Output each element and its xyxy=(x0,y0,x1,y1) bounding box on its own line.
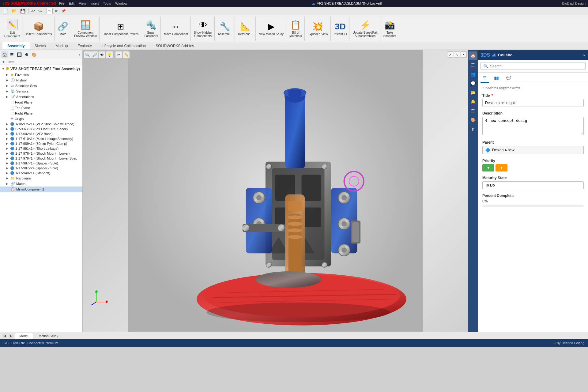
panel-icon-home[interactable]: 🏠 xyxy=(1,51,8,58)
menu-insert[interactable]: Insert xyxy=(90,2,99,5)
tree-item-comp6[interactable]: ▶ 1-17-991<1> (Short Linkage) xyxy=(0,146,82,151)
toolbar-new-motion-study[interactable]: ▶ New Motion Study xyxy=(256,17,286,41)
toolbar-take-snapshot[interactable]: 📸 TakeSnapshot xyxy=(381,17,399,41)
vsb-icon-5[interactable]: 📂 xyxy=(469,88,477,97)
panel-icon-list[interactable]: ☰ xyxy=(9,51,15,58)
tree-item-comp5[interactable]: ▶ 1-17-989<1> (30mm Pylon Clamp) xyxy=(0,141,82,146)
priority-low-btn[interactable]: ▼ xyxy=(482,164,494,172)
tree-root-item[interactable]: ▼ ⚙ VF2-SHOE TREAD (VF2 Foot Assembly) xyxy=(0,66,82,72)
qa-save-icon[interactable]: 💾 xyxy=(19,8,27,14)
tab-assembly[interactable]: Assembly xyxy=(2,42,30,50)
tree-item-comp8[interactable]: ▶ 1-17-979<1> (Shock Mount - Lower Spac xyxy=(0,156,82,161)
tree-item-comp1[interactable]: ▶ 1-18-975<1> (VF2 Shoe Sole w/ Tread) xyxy=(0,122,82,126)
tree-item-favorites[interactable]: ▶ ★ Favorites xyxy=(0,72,82,77)
tree-item-comp4[interactable]: ▶ 1-17-610<1> (Main Linkage Assembly) xyxy=(0,136,82,141)
qa-undo-icon[interactable]: ↩ xyxy=(30,8,36,14)
tree-item-selection-sets[interactable]: ▶ 🗂 Selection Sets xyxy=(0,83,82,89)
viewport-search-icon[interactable]: 🔍 xyxy=(84,51,91,58)
tab-motion-study[interactable]: Motion Study 1 xyxy=(34,333,65,339)
rpanel-tab-users[interactable]: 👥 xyxy=(492,74,501,83)
toolbar-bill-of-materials[interactable]: 📋 Bill ofMaterials xyxy=(287,17,305,41)
menu-window[interactable]: Window xyxy=(115,2,127,5)
svg-point-34 xyxy=(341,247,347,253)
scroll-arrow-right[interactable]: ▶ xyxy=(9,334,13,338)
rpanel-tab-messages[interactable]: 💬 xyxy=(504,74,514,83)
qa-select-icon[interactable]: ↖ xyxy=(47,8,53,14)
description-input[interactable]: 4 new concept desig xyxy=(482,117,584,135)
priority-medium-btn[interactable]: ▼ xyxy=(496,164,507,172)
vsb-icon-4[interactable]: 💬 xyxy=(469,79,477,88)
vsb-icon-9[interactable]: ⬆ xyxy=(469,125,477,134)
tree-item-mirror[interactable]: 🪞 MirrorComponent1 xyxy=(0,187,82,192)
panel-expand-btn[interactable]: › xyxy=(77,52,81,58)
qa-sketch-icon[interactable]: ✏ xyxy=(54,8,59,14)
toolbar-reference[interactable]: 📐 Referenc... xyxy=(236,17,256,41)
rpanel-tab-list[interactable]: ☰ xyxy=(481,74,489,83)
viewport-measure-icon[interactable]: 📏 xyxy=(123,51,130,58)
tree-item-top-plane[interactable]: ⬚ Top Plane xyxy=(0,105,82,111)
toolbar-smart-fasteners[interactable]: 🔩 SmartFasteners xyxy=(142,17,160,41)
parent-icon: 🔷 xyxy=(485,148,490,153)
toolbar-edit-component[interactable]: ✏️ EditComponent xyxy=(2,17,23,41)
tree-item-right-plane[interactable]: ⬚ Right Plane xyxy=(0,111,82,116)
title-input[interactable] xyxy=(482,99,584,107)
viewport-display-icon[interactable]: 💡 xyxy=(106,51,113,58)
tree-item-mates[interactable]: ▶ 🔗 Mates xyxy=(0,181,82,187)
toolbar-mate[interactable]: 🔗 Mate xyxy=(55,17,71,41)
menu-tools[interactable]: Tools xyxy=(103,2,111,5)
panel-icon-display[interactable]: 🎨 xyxy=(31,51,37,58)
tree-item-origin[interactable]: ✚ Origin xyxy=(0,116,82,122)
vsb-icon-8[interactable]: 🎨 xyxy=(469,116,477,124)
toolbar-assembly[interactable]: 🔧 Assembl... xyxy=(215,17,235,41)
menu-file[interactable]: File xyxy=(59,2,65,5)
toolbar-move-component[interactable]: ↔️ Move Component xyxy=(161,17,191,41)
parent-value[interactable]: 🔷 Design 4 new xyxy=(482,146,584,154)
vsb-icon-7[interactable]: ☰ xyxy=(469,107,477,115)
menu-view[interactable]: View xyxy=(79,2,86,5)
scroll-arrow-left[interactable]: ◀ xyxy=(2,334,7,338)
tree-item-comp11[interactable]: ▶ 1-17-940<1> (Standoff) xyxy=(0,171,82,175)
toolbar-linear-pattern[interactable]: ⊞ Linear Component Pattern xyxy=(100,17,141,41)
maturity-input[interactable] xyxy=(482,181,584,189)
tree-item-hardware[interactable]: ▶ 📁 Hardware xyxy=(0,175,82,181)
tab-markup[interactable]: Markup xyxy=(51,42,73,50)
toolbar-show-hidden[interactable]: 👁 Show HiddenComponents xyxy=(191,17,215,41)
viewport-zoom-icon[interactable]: 🔎 xyxy=(91,51,98,58)
priority-field-group: Priority ▼ ▼ xyxy=(482,159,584,172)
tree-item-sensors[interactable]: ▶ 📡 Sensors xyxy=(0,89,82,94)
tree-item-comp10[interactable]: ▶ 1-17-987<2> (Spacer - Sole) xyxy=(0,166,82,171)
menu-edit[interactable]: Edit xyxy=(69,2,74,5)
panel-icon-properties[interactable]: 🔲 xyxy=(16,51,23,58)
vsb-icon-1[interactable]: 🏠 xyxy=(469,51,477,60)
panel-icon-config[interactable]: ⚙ xyxy=(23,51,30,58)
toolbar-update-speedpak[interactable]: ⚡ Update SpeedPakSubassemblies xyxy=(350,17,380,41)
tree-item-comp9[interactable]: ▶ 1-17-987<1> (Spacer - Sole) xyxy=(0,161,82,166)
tab-model[interactable]: Model xyxy=(15,333,33,339)
tab-sketch[interactable]: Sketch xyxy=(30,42,51,50)
tree-item-front-plane[interactable]: ⬚ Front Plane xyxy=(0,100,82,105)
tab-addins[interactable]: SOLIDWORKS Add-Ins xyxy=(151,42,199,50)
toolbar-component-preview[interactable]: 🪟 ComponentPreview Window xyxy=(72,17,100,41)
tree-item-annotations[interactable]: ▶ 📝 Annotations xyxy=(0,94,82,100)
qa-pin-icon[interactable]: 📌 xyxy=(60,8,67,14)
vsb-icon-2[interactable]: ☰ xyxy=(469,61,477,69)
toolbar-instant3d[interactable]: 3D Instant3D xyxy=(331,17,350,41)
qa-open-icon[interactable]: 📂 xyxy=(10,8,18,14)
viewport-view-icon[interactable]: 👁 xyxy=(99,51,105,58)
toolbar-insert-components[interactable]: 📦 Insert Components xyxy=(24,17,55,41)
qa-new-icon[interactable]: 📄 xyxy=(2,8,9,14)
tab-evaluate[interactable]: Evaluate xyxy=(73,42,97,50)
tab-lifecycle[interactable]: Lifecycle and Collaboration xyxy=(97,42,151,50)
viewport: 🔍 🔎 👁 💡 ✂ 📏 ↻ xyxy=(83,50,468,332)
panel-collapse-btn[interactable]: ‹‹ xyxy=(583,53,586,58)
vsb-icon-3[interactable]: 👥 xyxy=(469,70,477,78)
tree-item-comp3[interactable]: ▶ 1-17-602<1> (VF2 Base) xyxy=(0,131,82,136)
qa-redo-icon[interactable]: ↪ xyxy=(37,8,43,14)
viewport-section-icon[interactable]: ✂ xyxy=(115,51,122,58)
tree-item-comp2[interactable]: ▶ SP-997<2> (Fox Float DPS Shock) xyxy=(0,126,82,131)
toolbar-exploded-view[interactable]: 💥 Exploded View xyxy=(305,17,331,41)
tree-item-comp7[interactable]: ▶ 1-17-978<1> (Shock Mount - Lower) xyxy=(0,151,82,156)
vsb-icon-6[interactable]: 🔔 xyxy=(469,97,477,106)
tree-item-history[interactable]: ▶ 🕐 History xyxy=(0,77,82,83)
search-input[interactable] xyxy=(490,64,583,68)
